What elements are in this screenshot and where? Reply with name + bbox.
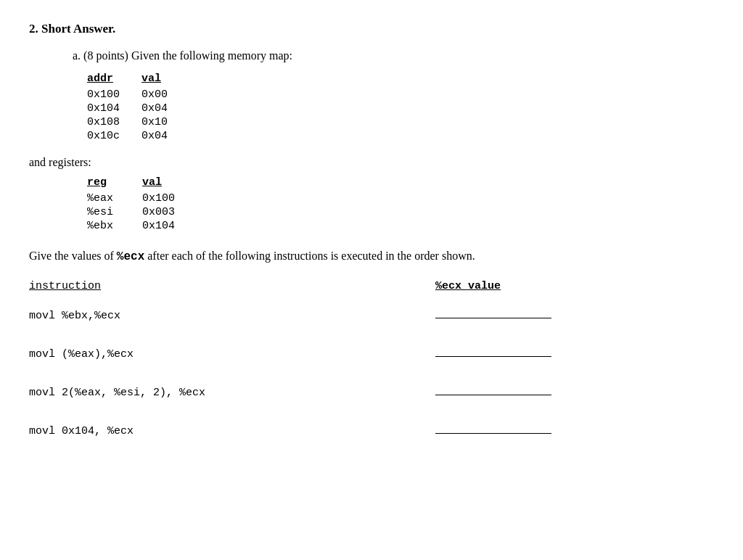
reg-table-row: %eax0x100	[87, 192, 204, 205]
memory-table: addr val 0x1000x000x1040x040x1080x100x10…	[87, 73, 189, 143]
reg-header-val: val	[142, 176, 204, 192]
sub-question-label: a. (8 points) Given the following memory…	[73, 49, 714, 62]
memory-table-cell: 0x10c	[87, 129, 141, 143]
reg-table-cell: %esi	[87, 205, 142, 219]
instruction-text: movl %ebx,%ecx	[29, 310, 435, 322]
memory-table-row: 0x1080x10	[87, 115, 189, 129]
reg-table-container: reg val %eax0x100%esi0x003%ebx0x104	[87, 176, 714, 233]
instructions-header-row: instruction %ecx value	[29, 280, 714, 292]
memory-header-addr: addr	[87, 73, 141, 88]
reg-table-cell: 0x100	[142, 192, 204, 205]
reg-table-row: %esi0x003	[87, 205, 204, 219]
memory-table-cell: 0x104	[87, 102, 141, 115]
reg-table-cell: 0x003	[142, 205, 204, 219]
reg-table: reg val %eax0x100%esi0x003%ebx0x104	[87, 176, 204, 233]
section-text: Short Answer.	[41, 22, 115, 36]
memory-table-row: 0x1000x00	[87, 88, 189, 102]
instruction-text: movl 0x104, %ecx	[29, 425, 435, 437]
answer-line	[435, 304, 551, 318]
memory-table-cell: 0x10	[141, 115, 189, 129]
memory-table-cell: 0x04	[141, 129, 189, 143]
instruction-row: movl 0x104, %ecx	[29, 419, 714, 437]
col-ecx-value-header: %ecx value	[435, 280, 501, 292]
memory-table-cell: 0x100	[87, 88, 141, 102]
memory-header-val: val	[141, 73, 189, 88]
memory-table-cell: 0x00	[141, 88, 189, 102]
reg-table-cell: %ebx	[87, 219, 142, 233]
memory-table-container: addr val 0x1000x000x1040x040x1080x100x10…	[87, 73, 714, 143]
memory-table-cell: 0x04	[141, 102, 189, 115]
memory-table-cell: 0x108	[87, 115, 141, 129]
col-instruction-header: instruction	[29, 280, 435, 292]
section-number: 2.	[29, 22, 38, 36]
reg-table-cell: 0x104	[142, 219, 204, 233]
and-registers-label: and registers:	[29, 156, 714, 169]
reg-table-cell: %eax	[87, 192, 142, 205]
answer-line	[435, 342, 551, 357]
instruction-text: movl 2(%eax, %esi, 2), %ecx	[29, 387, 435, 399]
instruction-row: movl %ebx,%ecx	[29, 304, 714, 322]
reg-header-reg: reg	[87, 176, 142, 192]
section-title: 2. Short Answer.	[29, 22, 714, 36]
instruction-row: movl (%eax),%ecx	[29, 342, 714, 361]
memory-table-row: 0x10c0x04	[87, 129, 189, 143]
instruction-text: movl (%eax),%ecx	[29, 348, 435, 361]
instruction-row: movl 2(%eax, %esi, 2), %ecx	[29, 381, 714, 399]
answer-line	[435, 419, 551, 434]
give-values-text: Give the values of %ecx after each of th…	[29, 247, 714, 265]
instructions-section: instruction %ecx value movl %ebx,%ecxmov…	[29, 280, 714, 437]
instruction-rows: movl %ebx,%ecxmovl (%eax),%ecxmovl 2(%ea…	[29, 304, 714, 437]
answer-line	[435, 381, 551, 395]
reg-table-row: %ebx0x104	[87, 219, 204, 233]
memory-table-row: 0x1040x04	[87, 102, 189, 115]
